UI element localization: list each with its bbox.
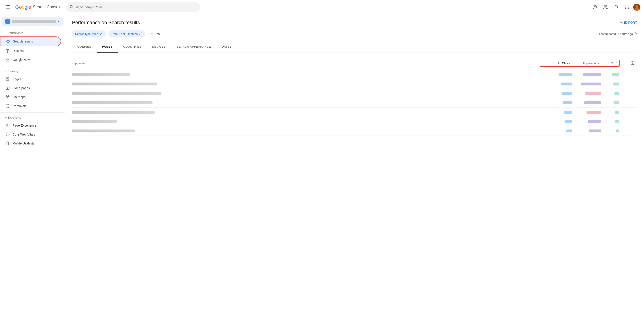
- search-type-filter[interactable]: Search type: Web: [72, 30, 106, 37]
- impressions-column-header[interactable]: Impressions: [570, 62, 599, 65]
- page-experience-icon: [5, 123, 10, 128]
- indexing-section-header[interactable]: ▾ Indexing: [0, 68, 64, 75]
- sidebar-item-pages[interactable]: Pages: [0, 75, 61, 84]
- help-button[interactable]: [590, 3, 599, 12]
- tab-dates[interactable]: DATES: [216, 42, 237, 52]
- google-wordmark: Google: [15, 4, 31, 10]
- property-selector[interactable]: ▾: [2, 17, 63, 26]
- logo: Google Search Console: [15, 4, 62, 10]
- hamburger-menu[interactable]: [4, 3, 12, 12]
- top-bar: Google Search Console: [0, 0, 644, 14]
- export-button[interactable]: EXPORT: [619, 20, 637, 24]
- tab-pages[interactable]: PAGES: [96, 42, 118, 52]
- export-label: EXPORT: [624, 21, 637, 24]
- tab-queries[interactable]: QUERIES: [72, 42, 96, 52]
- experience-chevron-icon: ▾: [5, 116, 6, 119]
- table-row: [72, 117, 637, 126]
- experience-section-label: Experience: [8, 116, 21, 119]
- performance-chevron-icon: ▾: [5, 32, 6, 34]
- url-inspect-bar[interactable]: [66, 2, 200, 12]
- mobile-usability-label: Mobile Usability: [12, 142, 34, 145]
- discover-icon: [5, 48, 10, 53]
- row-url[interactable]: [72, 120, 545, 123]
- google-news-label: Google News: [12, 58, 31, 62]
- tab-devices[interactable]: DEVICES: [147, 42, 171, 52]
- svg-point-15: [636, 5, 638, 8]
- notifications-button[interactable]: [612, 3, 621, 12]
- video-pages-label: Video pages: [12, 86, 30, 90]
- app-container: Google Search Console: [0, 0, 644, 310]
- svg-line-34: [8, 96, 9, 97]
- property-favicon: [5, 19, 10, 24]
- table-filter-button[interactable]: [629, 59, 637, 67]
- filter-bar: Search type: Web Date: Last 3 months + N…: [72, 30, 637, 42]
- date-filter[interactable]: Date: Last 3 months: [108, 30, 145, 37]
- experience-section-header[interactable]: ▾ Experience: [0, 114, 64, 121]
- sidebar-divider-2: [0, 66, 64, 66]
- chevron-down-icon: ▾: [58, 20, 59, 23]
- sidebar-item-search-results[interactable]: G Search results: [0, 36, 61, 46]
- table-row: [72, 80, 637, 89]
- ctr-label: CTR: [611, 62, 617, 65]
- table-row: [72, 89, 637, 98]
- row-url[interactable]: [72, 92, 545, 95]
- svg-line-36: [6, 105, 9, 107]
- accounts-button[interactable]: [601, 3, 610, 12]
- performance-section-header[interactable]: ▾ Performance: [0, 30, 64, 36]
- google-news-icon: [5, 58, 10, 62]
- core-web-vitals-label: Core Web Vitals: [12, 133, 35, 136]
- svg-rect-21: [6, 58, 7, 59]
- sidebar-item-google-news[interactable]: Google News: [0, 55, 61, 64]
- impressions-label: Impressions: [583, 62, 599, 65]
- table-row: [72, 108, 637, 117]
- sidebar-divider-1: [0, 28, 64, 28]
- new-filter-button[interactable]: + New: [148, 30, 163, 38]
- row-url[interactable]: [72, 101, 545, 104]
- main-area: ▾ ▾ Performance G Search results Discove…: [0, 14, 644, 310]
- sidebar-item-sitemaps[interactable]: Sitemaps: [0, 92, 61, 102]
- row-url[interactable]: [72, 111, 545, 114]
- sidebar-item-discover[interactable]: Discover: [0, 46, 61, 55]
- tab-queries-label: QUERIES: [77, 45, 91, 48]
- user-avatar[interactable]: [633, 4, 640, 11]
- sidebar-item-core-web-vitals[interactable]: Core Web Vitals: [0, 130, 61, 139]
- svg-point-7: [628, 5, 628, 6]
- sitemaps-icon: [5, 95, 10, 99]
- row-url[interactable]: [72, 130, 545, 132]
- svg-rect-28: [6, 87, 10, 90]
- content-header: Performance on Search results EXPORT: [72, 14, 637, 30]
- property-name: [12, 20, 56, 23]
- svg-point-56: [633, 64, 634, 65]
- sidebar-item-mobile-usability[interactable]: Mobile Usability: [0, 139, 61, 148]
- date-filter-label: Date: Last 3 months: [112, 32, 138, 36]
- table-row: [72, 70, 637, 80]
- tab-countries[interactable]: COUNTRIES: [118, 42, 147, 52]
- tab-countries-label: COUNTRIES: [123, 45, 141, 48]
- svg-point-54: [632, 62, 633, 62]
- ctr-column-header[interactable]: CTR: [599, 62, 617, 65]
- svg-marker-29: [8, 88, 8, 89]
- sidebar-item-removals[interactable]: Removals: [0, 102, 61, 110]
- svg-rect-32: [8, 96, 10, 96]
- top-pages-label: Top pages: [72, 62, 86, 65]
- clicks-column-header[interactable]: Clicks: [543, 62, 570, 65]
- svg-point-55: [632, 63, 633, 64]
- main-content: Performance on Search results EXPORT Sea…: [65, 14, 644, 310]
- table-header: Top pages Clicks Impressions CTR: [72, 56, 637, 70]
- top-icons: [590, 3, 640, 12]
- svg-rect-23: [6, 60, 7, 61]
- table-row: [72, 126, 637, 136]
- core-web-vitals-icon: [5, 132, 10, 137]
- tab-search-appearance-label: SEARCH APPEARANCE: [176, 45, 211, 48]
- svg-point-38: [6, 133, 10, 136]
- sidebar-item-page-experience[interactable]: Page Experience: [0, 121, 61, 130]
- apps-button[interactable]: [622, 3, 632, 12]
- tab-search-appearance[interactable]: SEARCH APPEARANCE: [171, 42, 216, 52]
- row-url[interactable]: [72, 82, 545, 86]
- sidebar-item-video-pages[interactable]: Video pages: [0, 84, 61, 92]
- row-url[interactable]: [72, 73, 545, 76]
- search-type-label: Search type: Web: [75, 32, 98, 36]
- table-row: [72, 98, 637, 108]
- url-inspect-input[interactable]: [75, 5, 196, 9]
- tabs: QUERIES PAGES COUNTRIES DEVICES SEARCH A…: [72, 42, 637, 53]
